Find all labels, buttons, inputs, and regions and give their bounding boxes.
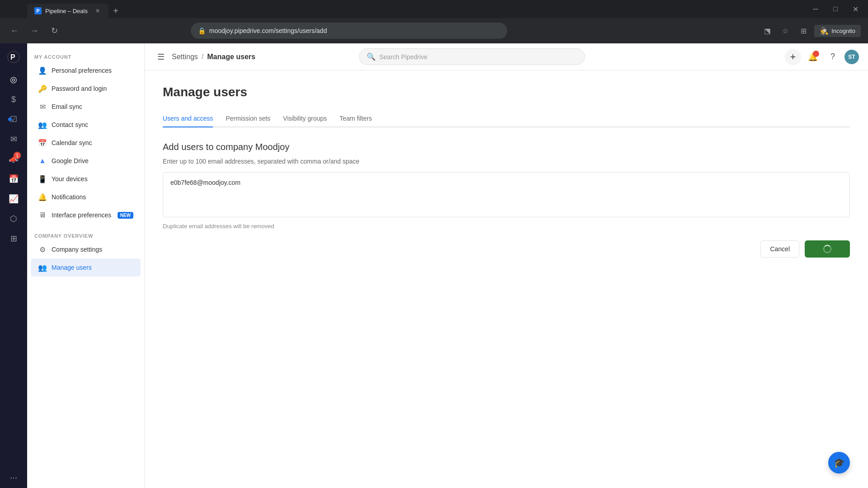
company-overview-section-label: COMPANY OVERVIEW: [27, 230, 144, 240]
breadcrumb-parent[interactable]: Settings: [172, 53, 198, 61]
app-logo[interactable]: P: [5, 49, 22, 65]
bookmark-star-icon[interactable]: ☆: [778, 23, 793, 38]
sidebar-item-email-sync[interactable]: ✉ Email sync: [31, 98, 141, 116]
rail-icon-messages[interactable]: ✉: [5, 130, 23, 148]
rail-icon-activity[interactable]: ◎: [5, 70, 23, 89]
products-icon: ⬡: [10, 214, 17, 224]
sidebar-item-google-drive-label: Google Drive: [52, 157, 89, 164]
your-devices-icon: 📱: [38, 174, 47, 183]
sidebar-item-notifications-label: Notifications: [52, 193, 86, 201]
sidebar: MY ACCOUNT 👤 Personal preferences 🔑 Pass…: [27, 43, 145, 488]
interface-preferences-icon: 🖥: [38, 211, 47, 220]
sidebar-item-contact-sync[interactable]: 👥 Contact sync: [31, 116, 141, 134]
sidebar-item-password-login-label: Password and login: [52, 85, 107, 92]
search-icon: 🔍: [367, 52, 376, 61]
tab-users-access[interactable]: Users and access: [163, 110, 213, 127]
sidebar-item-notifications[interactable]: 🔔 Notifications: [31, 188, 141, 206]
invite-button[interactable]: [805, 240, 850, 258]
help-icon: ?: [830, 52, 835, 61]
rail-icon-reports[interactable]: 📈: [5, 190, 23, 208]
sidebar-item-personal-preferences[interactable]: 👤 Personal preferences: [31, 61, 141, 80]
activity-icon: ◎: [10, 75, 17, 84]
email-addresses-textarea[interactable]: [163, 172, 850, 217]
minimize-button[interactable]: ─: [810, 4, 821, 14]
reload-button[interactable]: ↻: [47, 23, 61, 38]
rail-icon-products[interactable]: ⬡: [5, 210, 23, 228]
header-actions: + 🔔 ? ST: [785, 49, 859, 65]
back-button[interactable]: ←: [7, 23, 22, 38]
cast-icon[interactable]: ⬔: [760, 23, 774, 38]
sidebar-item-calendar-sync[interactable]: 📅 Calendar sync: [31, 134, 141, 152]
sidebar-item-contact-sync-label: Contact sync: [52, 121, 88, 128]
sidebar-item-your-devices[interactable]: 📱 Your devices: [31, 170, 141, 188]
maximize-button[interactable]: □: [830, 4, 841, 14]
action-buttons: Cancel: [163, 240, 850, 258]
rail-icon-calendar[interactable]: 📅: [5, 170, 23, 188]
sidebar-item-manage-users-label: Manage users: [52, 264, 92, 271]
tab-favicon: P: [34, 7, 42, 14]
rail-icon-tasks[interactable]: ☑: [5, 110, 23, 128]
analytics-icon: ⊞: [10, 234, 17, 244]
deals-icon: $: [11, 95, 16, 104]
breadcrumb-separator: /: [202, 53, 203, 61]
email-sync-icon: ✉: [38, 102, 47, 111]
tab-close-button[interactable]: ✕: [94, 7, 101, 14]
page-title: Manage users: [163, 85, 850, 99]
my-account-section-label: MY ACCOUNT: [27, 51, 144, 61]
sidebar-item-manage-users[interactable]: 👥 Manage users: [31, 258, 141, 277]
breadcrumb: Settings / Manage users: [172, 53, 255, 61]
page-content: Manage users Users and access Permission…: [145, 70, 868, 488]
tab-permission-sets[interactable]: Permission sets: [226, 110, 270, 127]
rail-icon-announcements[interactable]: 📣 1: [5, 150, 23, 168]
sidebar-item-email-sync-label: Email sync: [52, 103, 82, 110]
help-button[interactable]: ?: [825, 49, 841, 65]
forward-button[interactable]: →: [27, 23, 42, 38]
calendar-sync-icon: 📅: [38, 138, 47, 147]
sidebar-item-interface-preferences[interactable]: 🖥 Interface preferences NEW: [31, 206, 141, 224]
user-avatar[interactable]: ST: [844, 50, 859, 64]
notifications-button[interactable]: 🔔: [805, 49, 821, 65]
tab-visibility-groups[interactable]: Visibility groups: [283, 110, 327, 127]
header-nav: ☰ Settings / Manage users: [154, 50, 255, 64]
sidebar-item-google-drive[interactable]: ▲ Google Drive: [31, 152, 141, 170]
split-view-icon[interactable]: ⊞: [796, 23, 811, 38]
tab-title: Pipeline – Deals: [45, 8, 88, 14]
notification-badge: [813, 51, 819, 57]
password-login-icon: 🔑: [38, 84, 47, 93]
incognito-badge: 🕵 Incognito: [814, 25, 861, 37]
add-button[interactable]: +: [785, 49, 801, 65]
cancel-button[interactable]: Cancel: [760, 240, 799, 258]
reports-icon: 📈: [9, 194, 19, 204]
rail-icon-analytics[interactable]: ⊞: [5, 230, 23, 248]
graduation-icon: 🎓: [834, 457, 845, 468]
page-tabs: Users and access Permission sets Visibil…: [163, 110, 850, 127]
close-button[interactable]: ✕: [850, 4, 861, 14]
icon-rail: P ◎ $ ☑ ✉ 📣 1 📅 📈 ⬡ ⊞: [0, 43, 27, 488]
sidebar-item-company-settings[interactable]: ⚙ Company settings: [31, 240, 141, 258]
personal-preferences-icon: 👤: [38, 66, 47, 75]
loading-spinner: [823, 245, 831, 253]
breadcrumb-current: Manage users: [207, 53, 255, 61]
calendar-icon: 📅: [9, 174, 19, 184]
lock-icon: 🔒: [198, 27, 206, 34]
hamburger-button[interactable]: ☰: [154, 50, 168, 64]
announcements-badge: 1: [14, 152, 21, 159]
add-users-desc: Enter up to 100 email addresses, separat…: [163, 158, 850, 165]
search-box[interactable]: 🔍 Search Pipedrive: [359, 48, 585, 65]
add-users-title: Add users to company Moodjoy: [163, 142, 850, 152]
new-tab-button[interactable]: +: [108, 4, 123, 18]
tab-team-filters[interactable]: Team filters: [340, 110, 372, 127]
sidebar-item-password-login[interactable]: 🔑 Password and login: [31, 80, 141, 98]
floating-help-button[interactable]: 🎓: [828, 452, 850, 474]
browser-tab-active[interactable]: P Pipeline – Deals ✕: [27, 4, 108, 18]
contact-sync-icon: 👥: [38, 120, 47, 129]
sidebar-item-interface-preferences-label: Interface preferences: [52, 211, 111, 219]
messages-icon: ✉: [10, 134, 17, 144]
incognito-label: Incognito: [831, 28, 855, 34]
rail-icon-deals[interactable]: $: [5, 90, 23, 108]
duplicate-note: Duplicate email addresses will be remove…: [163, 223, 850, 230]
rail-more-button[interactable]: ···: [10, 472, 18, 483]
address-bar[interactable]: 🔒 moodjoy.pipedrive.com/settings/users/a…: [191, 23, 507, 39]
manage-users-icon: 👥: [38, 263, 47, 272]
sidebar-item-calendar-sync-label: Calendar sync: [52, 139, 92, 146]
